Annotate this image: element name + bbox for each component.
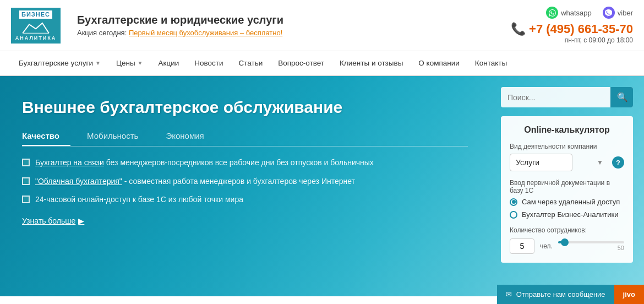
header-center: Бухгалтерские и юридические услуги Акция…	[61, 14, 511, 37]
chat-envelope-icon: ✉	[506, 290, 512, 296]
phone-number[interactable]: 📞 +7 (495) 661-35-70	[511, 22, 633, 36]
nav-item-news[interactable]: Новости	[187, 51, 231, 75]
feature-item-2: "Облачная бухгалтерия" - совместная рабо…	[22, 176, 468, 187]
feature-link-2[interactable]: "Облачная бухгалтерия"	[35, 177, 122, 186]
employees-unit: чел.	[540, 242, 553, 250]
feature-text-3: 24-часовой онлайн-доступ к базе 1С из лю…	[35, 194, 243, 205]
hero-left: Внешнее бухгалтерское обслуживание Качес…	[0, 76, 490, 296]
viber-icon	[603, 7, 615, 19]
phone-icon: 📞	[511, 22, 526, 36]
hero-section: Внешнее бухгалтерское обслуживание Качес…	[0, 76, 644, 296]
slider-track	[558, 241, 624, 243]
feature-list: Бухгалтер на связи без менеджеров-посред…	[22, 158, 468, 205]
calculator-title: Online-калькулятор	[510, 125, 624, 135]
nav-item-prices[interactable]: Цены ▼	[108, 51, 151, 75]
feature-bullet-1	[22, 159, 30, 166]
logo-bottom: АНАЛИТИКА	[15, 35, 56, 41]
nav-item-clients[interactable]: Клиенты и отзывы	[332, 51, 411, 75]
chat-message-label: Отправьте нам сообщение	[516, 290, 605, 296]
slider-max: 50	[558, 245, 624, 251]
feature-item-3: 24-часовой онлайн-доступ к базе 1С из лю…	[22, 194, 468, 205]
learn-more-arrow-icon: ▶	[78, 216, 84, 225]
messengers: whatsapp viber	[546, 7, 633, 19]
hero-heading: Внешнее бухгалтерское обслуживание	[22, 98, 468, 117]
viber-label: viber	[618, 9, 633, 17]
search-bar: 🔍	[501, 87, 633, 107]
slider-wrapper: 50	[558, 241, 624, 251]
learn-more-text: Узнать больше	[22, 216, 75, 225]
nav-item-articles[interactable]: Статьи	[231, 51, 271, 75]
logo-top: БИЗНЕС	[19, 10, 52, 19]
viber-link[interactable]: viber	[603, 7, 633, 19]
radio-group: Сам через удаленный доступ Бухгалтер Биз…	[510, 198, 624, 219]
select-arrow-icon: ▼	[597, 159, 603, 166]
calculator-panel: Online-калькулятор Вид деятельности комп…	[501, 116, 633, 263]
whatsapp-label: whatsapp	[561, 9, 592, 17]
employees-label: Количество сотрудников:	[510, 226, 624, 234]
radio-item-self[interactable]: Сам через удаленный доступ	[510, 198, 624, 206]
nav-arrow-accounting: ▼	[95, 60, 101, 66]
radio-circle-self	[510, 198, 517, 206]
working-hours: пн-пт, с 09:00 до 18:00	[565, 36, 633, 44]
activity-select[interactable]: Услуги Торговля Производство	[510, 154, 572, 171]
employees-input[interactable]	[510, 238, 534, 254]
feature-item-1: Бухгалтер на связи без менеджеров-посред…	[22, 158, 468, 169]
jivo-button[interactable]: jivo	[614, 285, 644, 296]
radio-item-accountant[interactable]: Бухгалтер Бизнес-Аналитики	[510, 210, 624, 219]
feature-text-1: Бухгалтер на связи без менеджеров-посред…	[35, 158, 374, 169]
chat-message-button[interactable]: ✉ Отправьте нам сообщение	[497, 285, 614, 296]
activity-label: Вид деятельности компании	[510, 143, 624, 150]
activity-select-wrapper: Услуги Торговля Производство ▼ ?	[510, 154, 624, 171]
learn-more-link[interactable]: Узнать больше ▶	[22, 216, 468, 225]
feature-text-2: "Облачная бухгалтерия" - совместная рабо…	[35, 176, 355, 187]
chat-bar: ✉ Отправьте нам сообщение jivo	[497, 285, 644, 296]
nav-item-contacts[interactable]: Контакты	[467, 51, 515, 75]
promo-prefix: Акция сегодня:	[77, 29, 127, 37]
feature-link-1[interactable]: Бухгалтер на связи	[35, 158, 104, 167]
header: БИЗНЕС АНАЛИТИКА Бухгалтерские и юридиче…	[0, 0, 644, 51]
radio-label-accountant: Бухгалтер Бизнес-Аналитики	[522, 210, 618, 219]
radio-circle-accountant	[510, 211, 517, 219]
hero-tabs: Качество Мобильность Экономия	[22, 128, 468, 146]
nav-item-accounting[interactable]: Бухгалтерские услуги ▼	[11, 51, 108, 75]
tab-economy[interactable]: Экономия	[166, 128, 215, 146]
feature-bullet-3	[22, 196, 30, 203]
jivo-label: jivo	[623, 290, 635, 296]
nav-item-promo[interactable]: Акции	[151, 51, 187, 75]
whatsapp-link[interactable]: whatsapp	[546, 7, 592, 19]
employees-row: чел. 50	[510, 238, 624, 254]
header-title: Бухгалтерские и юридические услуги	[77, 14, 494, 26]
radio-label-self: Сам через удаленный доступ	[522, 198, 620, 206]
nav-item-qa[interactable]: Вопрос-ответ	[270, 51, 332, 75]
slider-thumb[interactable]	[561, 238, 569, 246]
logo[interactable]: БИЗНЕС АНАЛИТИКА	[11, 8, 61, 44]
nav-item-about[interactable]: О компании	[411, 51, 467, 75]
help-button[interactable]: ?	[612, 156, 624, 169]
hero-right: 🔍 Online-калькулятор Вид деятельности ко…	[490, 76, 644, 296]
search-input[interactable]	[501, 88, 610, 107]
logo-image: БИЗНЕС АНАЛИТИКА	[11, 8, 61, 44]
nav-arrow-prices: ▼	[138, 60, 143, 66]
nav-list: Бухгалтерские услуги ▼ Цены ▼ Акции Ново…	[11, 51, 633, 75]
navigation: Бухгалтерские услуги ▼ Цены ▼ Акции Ново…	[0, 51, 644, 76]
activity-select-container: Услуги Торговля Производство ▼	[510, 154, 608, 171]
tab-quality[interactable]: Качество	[22, 128, 70, 146]
logo-mountain-icon	[17, 21, 55, 34]
doc-label: Ввод первичной документации в базу 1С	[510, 179, 624, 194]
header-contacts: whatsapp viber 📞 +7 (495) 661-35-70 пн-п…	[511, 7, 633, 44]
header-promo: Акция сегодня: Первый месяц бухобслужива…	[77, 29, 494, 37]
whatsapp-icon	[546, 7, 558, 19]
promo-link[interactable]: Первый месяц бухобслуживания – бесплатно…	[129, 29, 282, 37]
feature-bullet-2	[22, 177, 30, 185]
search-button[interactable]: 🔍	[610, 87, 633, 107]
tab-mobility[interactable]: Мобильность	[87, 128, 149, 146]
